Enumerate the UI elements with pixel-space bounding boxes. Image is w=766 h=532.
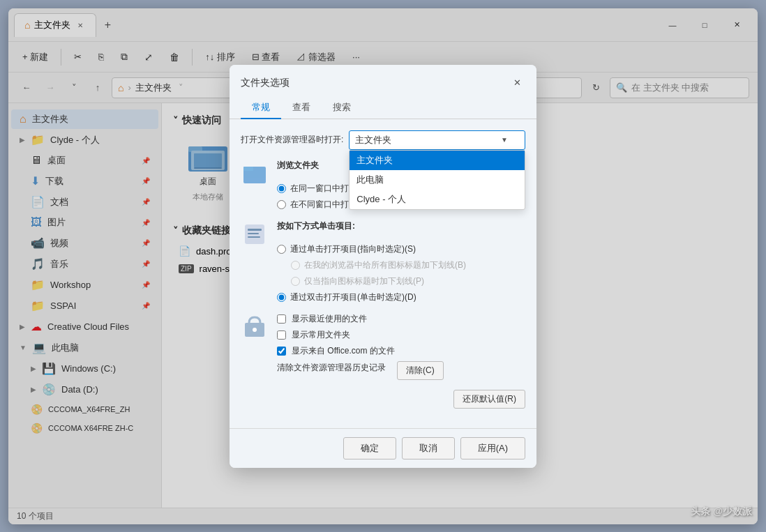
svg-rect-19 [248,233,259,234]
privacy-icon-section: 显示最近使用的文件 显示常用文件夹 显示来自 Office.com 的文件 清除… [241,313,525,380]
privacy-section: 显示最近使用的文件 显示常用文件夹 显示来自 Office.com 的文件 清除… [241,313,525,380]
dropdown-popup: 主文件夹 此电脑 Clyde - 个人 [349,150,525,210]
dialog-body: 打开文件资源管理器时打开: 主文件夹 ▼ 主文件夹 此电脑 Clyde - 个人 [230,119,536,428]
radio-underline-point-label: 仅当指向图标标题时加下划线(P) [304,275,424,287]
dialog-title-bar: 文件夹选项 ✕ [230,65,536,91]
folder-options-dialog: 文件夹选项 ✕ 常规 查看 搜索 打开文件资源管理器时打开: 主文件夹 ▼ [230,65,536,468]
click-section-label: 按如下方式单击项目: [277,220,466,232]
open-in-row: 打开文件资源管理器时打开: 主文件夹 ▼ 主文件夹 此电脑 Clyde - 个人 [241,130,525,150]
dialog-title-text: 文件夹选项 [241,77,290,89]
svg-point-22 [253,328,257,332]
click-icon [242,222,267,247]
check-recent-files[interactable]: 显示最近使用的文件 [277,313,444,325]
dialog-footer: 确定 取消 应用(A) [230,428,536,468]
dialog-overlay: 文件夹选项 ✕ 常规 查看 搜索 打开文件资源管理器时打开: 主文件夹 ▼ [0,0,766,532]
tab-view[interactable]: 查看 [281,97,322,119]
privacy-icon-box [241,313,269,341]
clear-button[interactable]: 清除(C) [397,361,444,380]
apply-button[interactable]: 应用(A) [460,437,525,459]
click-icon-box [241,220,269,248]
open-in-dropdown[interactable]: 主文件夹 ▼ [349,130,525,150]
ok-button[interactable]: 确定 [343,437,396,459]
click-section: 按如下方式单击项目: 通过单击打开项目(指向时选定)(S) 在我的浏览器中给所有… [241,220,525,303]
dialog-tabs: 常规 查看 搜索 [230,91,536,119]
privacy-content: 显示最近使用的文件 显示常用文件夹 显示来自 Office.com 的文件 清除… [277,313,444,380]
radio-underline-all-label: 在我的浏览器中给所有图标标题加下划线(B) [304,259,466,271]
radio-single-click-label: 通过单击打开项目(指向时选定)(S) [290,243,416,255]
dropdown-container: 主文件夹 ▼ 主文件夹 此电脑 Clyde - 个人 [349,130,525,150]
clear-history-label: 清除文件资源管理器历史记录 [277,362,386,374]
click-radio-group: 按如下方式单击项目: 通过单击打开项目(指向时选定)(S) 在我的浏览器中给所有… [277,220,466,303]
restore-default-button[interactable]: 还原默认值(R) [453,390,525,409]
dropdown-value-text: 主文件夹 [355,134,391,146]
radio-double-click[interactable]: 通过双击打开项目(单击时选定)(D) [277,291,466,303]
browse-icon-box [241,160,269,188]
radio-underline-point[interactable]: 仅当指向图标标题时加下划线(P) [277,275,466,287]
privacy-icon [242,314,267,340]
radio-underline-all[interactable]: 在我的浏览器中给所有图标标题加下划线(B) [277,259,466,271]
dialog-close-button[interactable]: ✕ [509,75,525,91]
tab-general[interactable]: 常规 [241,97,281,119]
open-label: 打开文件资源管理器时打开: [241,134,343,146]
dropdown-option-clyde[interactable]: Clyde - 个人 [350,190,525,209]
radio-double-click-label: 通过双击打开项目(单击时选定)(D) [290,291,416,303]
browse-folder-icon [242,161,267,186]
radio-single-click[interactable]: 通过单击打开项目(指向时选定)(S) [277,243,466,255]
check-common-folders-label: 显示常用文件夹 [292,329,350,341]
dropdown-arrow-icon: ▼ [501,136,508,144]
dropdown-option-this-pc[interactable]: 此电脑 [350,170,525,190]
tab-search[interactable]: 搜索 [322,97,362,119]
svg-rect-20 [248,236,260,238]
dropdown-option-home-selected[interactable]: 主文件夹 [350,151,525,170]
svg-rect-16 [243,167,253,171]
check-common-folders[interactable]: 显示常用文件夹 [277,329,444,341]
check-recent-files-label: 显示最近使用的文件 [292,313,367,325]
svg-rect-18 [248,229,262,231]
cancel-button[interactable]: 取消 [402,437,455,459]
check-office-files[interactable]: 显示来自 Office.com 的文件 [277,345,444,357]
check-office-files-label: 显示来自 Office.com 的文件 [292,345,395,357]
